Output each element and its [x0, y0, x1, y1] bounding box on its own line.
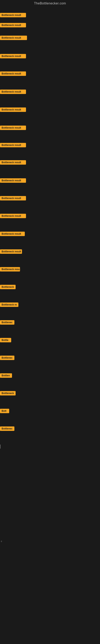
bottleneck-row: Bottlenec — [0, 426, 14, 431]
bottleneck-row: Bottleneck result — [0, 178, 26, 183]
bottleneck-badge[interactable]: Bottleneck result — [0, 249, 22, 254]
bottleneck-row: Bottleneck result — [0, 90, 26, 94]
bottleneck-badge[interactable]: Bottleneck re — [0, 302, 18, 307]
bottleneck-row: Bottleneck — [0, 285, 16, 289]
bottleneck-badge[interactable]: Bottleneck result — [0, 72, 26, 76]
bottleneck-badge[interactable]: Bottleneck result — [0, 23, 26, 27]
bottleneck-badge[interactable]: Bottleneck result — [0, 36, 27, 40]
bottleneck-row: Bottleneck result — [0, 196, 26, 200]
bottleneck-row: Bottlenec — [0, 320, 14, 324]
bottleneck-row: Bottleneck result — [0, 72, 26, 76]
bottleneck-badge[interactable]: Bottleneck — [0, 391, 16, 396]
bottleneck-row: Bottleneck result — [0, 23, 26, 27]
bottleneck-badge[interactable]: Bottlenec — [0, 320, 14, 324]
bottleneck-badge[interactable]: Bott — [0, 409, 9, 413]
site-title: TheBottlenecker.com — [0, 0, 100, 7]
bottleneck-badge[interactable]: Bottle — [0, 338, 11, 342]
bottleneck-row: Bottleneck — [0, 391, 16, 396]
bottleneck-row: Bottleneck result — [0, 232, 25, 236]
bottleneck-badge[interactable]: Bottleneck resu — [0, 267, 20, 272]
text-cursor — [0, 444, 0, 448]
bottleneck-badge[interactable]: Bottleneck result — [0, 54, 26, 58]
bottleneck-badge[interactable]: Bottleneck result — [0, 214, 26, 218]
bottleneck-badge[interactable]: Bottleneck result — [0, 13, 26, 17]
bottleneck-row: Bottleneck result — [0, 13, 26, 17]
bottleneck-row: Bottleneck result — [0, 54, 26, 58]
bottleneck-badge[interactable]: Bottleneck result — [0, 126, 26, 130]
bottleneck-badge[interactable]: Bottleneck — [0, 285, 16, 289]
bottleneck-badge[interactable]: Bottlen — [0, 373, 12, 378]
bottleneck-row: Bottleneck re — [0, 302, 18, 307]
bottleneck-row: Bottleneck result — [0, 126, 26, 130]
bottleneck-row: Bottleneck result — [0, 36, 27, 40]
bottleneck-row: Bottleneck result — [0, 143, 26, 147]
bottleneck-row: Bottleneck result — [0, 249, 22, 254]
bottleneck-badge[interactable]: Bottlenec — [0, 426, 14, 431]
bottleneck-row: Bottleneck result — [0, 160, 26, 164]
bottleneck-badge[interactable]: Bottleneck result — [0, 232, 25, 236]
bottleneck-row: Bottlenec — [0, 356, 14, 360]
bottleneck-badge[interactable]: Bottlenec — [0, 356, 14, 360]
small-label: c — [1, 540, 2, 542]
bottleneck-row: Bottleneck result — [0, 214, 26, 218]
bottleneck-badge[interactable]: Bottleneck result — [0, 160, 26, 164]
bottleneck-row: Bott — [0, 409, 9, 413]
bottleneck-row: Bottleneck resu — [0, 267, 20, 272]
bottleneck-row: Bottleneck result — [0, 108, 26, 112]
bottleneck-badge[interactable]: Bottleneck result — [0, 90, 26, 94]
bottleneck-badge[interactable]: Bottleneck result — [0, 196, 26, 200]
bottleneck-row: Bottlen — [0, 373, 12, 378]
bottleneck-row: Bottle — [0, 338, 11, 342]
bottleneck-badge[interactable]: Bottleneck result — [0, 108, 26, 112]
bottleneck-badge[interactable]: Bottleneck result — [0, 178, 26, 183]
bottleneck-badge[interactable]: Bottleneck result — [0, 143, 26, 147]
